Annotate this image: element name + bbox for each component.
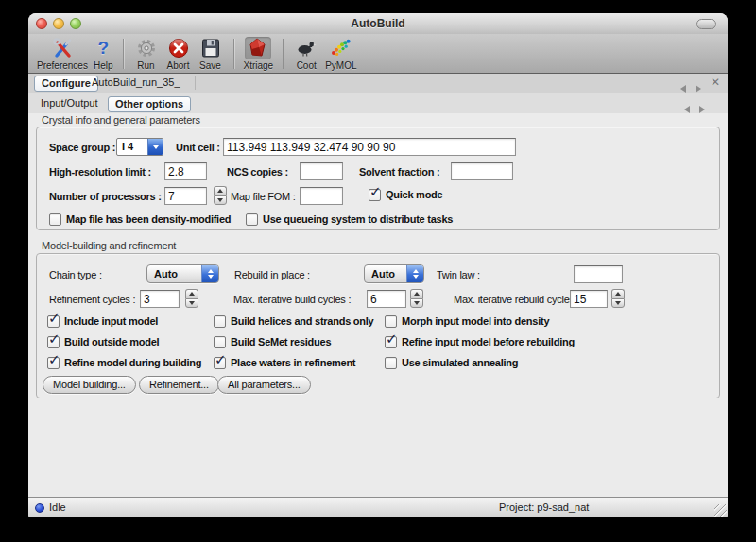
chain-type-value: Auto: [147, 265, 201, 282]
build-helices-strands-checkbox[interactable]: ✓ Build helices and strands only: [214, 313, 373, 329]
checkbox-box: ✓: [214, 315, 226, 328]
solvent-fraction-input[interactable]: [451, 162, 513, 180]
twin-law-input[interactable]: [574, 265, 623, 283]
checkbox-box: ✓: [214, 357, 226, 369]
toolbar-button-help[interactable]: ? Help: [94, 35, 113, 71]
toolbar-button-xtriage[interactable]: Xtriage: [244, 35, 274, 71]
document-tab-bar: Configure AutoBuild_run_35_ ✕: [28, 74, 728, 93]
checkmark-icon: ✓: [48, 351, 60, 368]
checkmark-icon: ✓: [215, 351, 227, 368]
max-rebuild-cycles-input[interactable]: [570, 290, 608, 308]
max-build-cycles-stepper[interactable]: [410, 289, 423, 308]
toolbar-toggle-button[interactable]: [696, 19, 716, 29]
tab-input-output[interactable]: Input/Output: [34, 96, 105, 110]
checkbox-label: Use queueing system to distribute tasks: [263, 213, 453, 225]
tab-scroll-right-icon[interactable]: [696, 79, 703, 88]
group-title-crystal-info: Crystal info and general parameters: [42, 114, 200, 126]
rebuild-in-place-label: Rebuild in place :: [234, 265, 310, 284]
resize-grip[interactable]: [714, 504, 727, 517]
toolbar-button-label: PyMOL: [325, 60, 356, 71]
max-build-cycles-input[interactable]: [367, 290, 406, 308]
toolbar-button-run[interactable]: Run: [133, 35, 160, 71]
toolbar-button-label: Abort: [167, 60, 190, 71]
toolbar-button-label: Coot: [297, 60, 317, 71]
toolbar-button-label: Xtriage: [244, 60, 274, 71]
toolbar-button-abort[interactable]: Abort: [165, 35, 192, 71]
simulated-annealing-checkbox[interactable]: ✓ Use simulated annealing: [385, 355, 518, 370]
morph-input-model-checkbox[interactable]: ✓ Morph input model into density: [385, 313, 549, 329]
build-semet-residues-checkbox[interactable]: ✓ Build SeMet residues: [214, 334, 331, 349]
group-title-model-building: Model-building and refinement: [42, 240, 176, 251]
refinement-cycles-stepper[interactable]: [185, 289, 198, 308]
coot-icon: [293, 37, 319, 59]
tab-scroll-left-icon[interactable]: [680, 79, 688, 88]
run-icon: [133, 37, 160, 59]
high-resolution-limit-input[interactable]: [164, 162, 207, 180]
all-parameters-button[interactable]: All parameters...: [217, 376, 311, 394]
place-waters-checkbox[interactable]: ✓ Place waters in refinement: [214, 355, 355, 370]
checkbox-label: Include input model: [64, 315, 158, 327]
max-rebuild-cycles-stepper[interactable]: [611, 289, 625, 308]
refine-input-model-checkbox[interactable]: ✓ Refine input model before rebuilding: [385, 334, 575, 349]
checkbox-label: Quick mode: [386, 189, 442, 200]
quick-mode-checkbox[interactable]: ✓ Quick mode: [369, 187, 442, 202]
checkbox-box: ✓: [214, 336, 226, 348]
status-dot-icon: [35, 503, 44, 513]
checkbox-label: Refine input model before rebuilding: [402, 336, 575, 347]
rebuild-in-place-value: Auto: [365, 265, 406, 282]
max-build-cycles-label: Max. iterative build cycles :: [233, 290, 351, 309]
chain-type-select[interactable]: Auto: [146, 264, 219, 283]
tab-other-options[interactable]: Other options: [108, 96, 191, 112]
map-file-fom-input[interactable]: [300, 187, 343, 205]
checkbox-label: Build helices and strands only: [231, 315, 373, 327]
window-title: AutoBuild: [28, 17, 728, 30]
queueing-checkbox[interactable]: ✓ Use queueing system to distribute task…: [246, 212, 453, 227]
chain-type-label: Chain type :: [49, 265, 102, 284]
number-of-processors-input[interactable]: [164, 187, 207, 205]
project-label: Project: p9-sad_nat: [499, 501, 589, 513]
ncs-copies-label: NCS copies :: [227, 162, 288, 181]
build-outside-model-checkbox[interactable]: ✓ Build outside model: [47, 334, 159, 349]
refine-during-building-checkbox[interactable]: ✓ Refine model during building: [47, 355, 201, 370]
tab-divider: [195, 76, 196, 90]
space-group-label: Space group :: [49, 138, 115, 157]
chevron-down-icon: [147, 139, 163, 155]
unit-cell-input[interactable]: [223, 138, 516, 156]
preferences-icon: [49, 37, 76, 59]
rebuild-in-place-select[interactable]: Auto: [364, 264, 424, 283]
twin-law-label: Twin law :: [437, 265, 480, 284]
checkbox-label: Build outside model: [64, 336, 159, 347]
checkbox-label: Map file has been density-modified: [66, 213, 231, 225]
number-of-processors-label: Number of processors :: [49, 187, 162, 206]
density-modified-checkbox[interactable]: ✓ Map file has been density-modified: [49, 212, 231, 227]
title-bar[interactable]: AutoBuild: [28, 13, 728, 34]
refinement-button[interactable]: Refinement...: [139, 376, 219, 394]
toolbar-button-coot[interactable]: Coot: [293, 35, 319, 71]
refinement-cycles-input[interactable]: [140, 290, 180, 308]
updown-arrows-icon: [201, 265, 218, 282]
tab-autobuild-run-35[interactable]: AutoBuild_run_35_: [85, 76, 187, 90]
pymol-icon: [328, 37, 354, 59]
ncs-copies-input[interactable]: [300, 162, 343, 180]
checkbox-box: ✓: [246, 213, 258, 226]
model-building-button[interactable]: Model building...: [43, 376, 136, 394]
toolbar-button-preferences[interactable]: Preferences: [37, 35, 88, 71]
space-group-select[interactable]: I 4: [116, 138, 163, 156]
subtab-scroll-right-icon[interactable]: [699, 100, 707, 109]
processors-stepper[interactable]: [214, 186, 227, 205]
toolbar-separator: [283, 39, 284, 69]
desktop-background: AutoBuild Preferences ? Help: [0, 0, 756, 542]
checkbox-box: ✓: [369, 189, 381, 201]
toolbar-button-pymol[interactable]: PyMOL: [325, 35, 356, 71]
checkmark-icon: ✓: [48, 310, 60, 327]
checkmark-icon: ✓: [48, 330, 60, 347]
toolbar-button-save[interactable]: Save: [198, 35, 224, 71]
tab-close-icon[interactable]: ✕: [711, 76, 720, 89]
subtab-scroll-left-icon[interactable]: [684, 100, 692, 109]
updown-arrows-icon: [406, 265, 423, 282]
include-input-model-checkbox[interactable]: ✓ Include input model: [47, 313, 158, 329]
toolbar-button-label: Help: [94, 60, 113, 71]
checkbox-box: ✓: [47, 315, 60, 328]
status-bar: Idle Project: p9-sad_nat: [28, 497, 728, 517]
toolbar-button-label: Preferences: [37, 60, 88, 71]
